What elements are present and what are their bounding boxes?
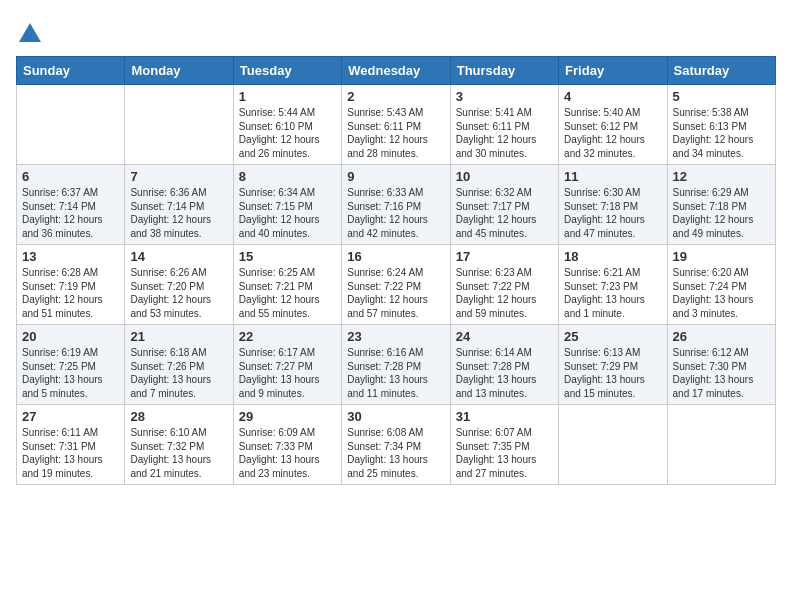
day-number: 9 (347, 169, 444, 184)
day-info: Sunrise: 5:44 AM Sunset: 6:10 PM Dayligh… (239, 106, 336, 160)
day-info: Sunrise: 6:30 AM Sunset: 7:18 PM Dayligh… (564, 186, 661, 240)
calendar-cell: 15Sunrise: 6:25 AM Sunset: 7:21 PM Dayli… (233, 245, 341, 325)
calendar-cell: 12Sunrise: 6:29 AM Sunset: 7:18 PM Dayli… (667, 165, 775, 245)
day-number: 15 (239, 249, 336, 264)
day-number: 28 (130, 409, 227, 424)
svg-marker-0 (19, 23, 41, 42)
day-number: 23 (347, 329, 444, 344)
weekday-header-wednesday: Wednesday (342, 57, 450, 85)
day-info: Sunrise: 5:43 AM Sunset: 6:11 PM Dayligh… (347, 106, 444, 160)
day-number: 6 (22, 169, 119, 184)
day-info: Sunrise: 6:10 AM Sunset: 7:32 PM Dayligh… (130, 426, 227, 480)
day-info: Sunrise: 6:32 AM Sunset: 7:17 PM Dayligh… (456, 186, 553, 240)
day-number: 24 (456, 329, 553, 344)
calendar-cell: 11Sunrise: 6:30 AM Sunset: 7:18 PM Dayli… (559, 165, 667, 245)
day-number: 11 (564, 169, 661, 184)
calendar-cell: 17Sunrise: 6:23 AM Sunset: 7:22 PM Dayli… (450, 245, 558, 325)
calendar-cell: 5Sunrise: 5:38 AM Sunset: 6:13 PM Daylig… (667, 85, 775, 165)
day-info: Sunrise: 6:21 AM Sunset: 7:23 PM Dayligh… (564, 266, 661, 320)
calendar-cell: 21Sunrise: 6:18 AM Sunset: 7:26 PM Dayli… (125, 325, 233, 405)
calendar-cell: 14Sunrise: 6:26 AM Sunset: 7:20 PM Dayli… (125, 245, 233, 325)
logo (16, 20, 48, 48)
day-number: 17 (456, 249, 553, 264)
day-info: Sunrise: 6:29 AM Sunset: 7:18 PM Dayligh… (673, 186, 770, 240)
calendar-cell: 18Sunrise: 6:21 AM Sunset: 7:23 PM Dayli… (559, 245, 667, 325)
day-number: 18 (564, 249, 661, 264)
calendar-cell: 2Sunrise: 5:43 AM Sunset: 6:11 PM Daylig… (342, 85, 450, 165)
calendar-cell: 16Sunrise: 6:24 AM Sunset: 7:22 PM Dayli… (342, 245, 450, 325)
day-info: Sunrise: 6:09 AM Sunset: 7:33 PM Dayligh… (239, 426, 336, 480)
calendar-cell: 29Sunrise: 6:09 AM Sunset: 7:33 PM Dayli… (233, 405, 341, 485)
header (16, 16, 776, 48)
day-number: 8 (239, 169, 336, 184)
day-info: Sunrise: 6:26 AM Sunset: 7:20 PM Dayligh… (130, 266, 227, 320)
day-number: 3 (456, 89, 553, 104)
calendar-cell (125, 85, 233, 165)
day-info: Sunrise: 6:17 AM Sunset: 7:27 PM Dayligh… (239, 346, 336, 400)
day-number: 26 (673, 329, 770, 344)
day-info: Sunrise: 6:16 AM Sunset: 7:28 PM Dayligh… (347, 346, 444, 400)
day-number: 31 (456, 409, 553, 424)
weekday-header-sunday: Sunday (17, 57, 125, 85)
calendar-cell (559, 405, 667, 485)
week-row-5: 27Sunrise: 6:11 AM Sunset: 7:31 PM Dayli… (17, 405, 776, 485)
calendar-cell (667, 405, 775, 485)
week-row-4: 20Sunrise: 6:19 AM Sunset: 7:25 PM Dayli… (17, 325, 776, 405)
calendar: SundayMondayTuesdayWednesdayThursdayFrid… (16, 56, 776, 485)
week-row-3: 13Sunrise: 6:28 AM Sunset: 7:19 PM Dayli… (17, 245, 776, 325)
weekday-header-row: SundayMondayTuesdayWednesdayThursdayFrid… (17, 57, 776, 85)
day-info: Sunrise: 6:20 AM Sunset: 7:24 PM Dayligh… (673, 266, 770, 320)
day-number: 16 (347, 249, 444, 264)
calendar-cell: 31Sunrise: 6:07 AM Sunset: 7:35 PM Dayli… (450, 405, 558, 485)
weekday-header-thursday: Thursday (450, 57, 558, 85)
calendar-cell: 30Sunrise: 6:08 AM Sunset: 7:34 PM Dayli… (342, 405, 450, 485)
day-info: Sunrise: 5:41 AM Sunset: 6:11 PM Dayligh… (456, 106, 553, 160)
weekday-header-monday: Monday (125, 57, 233, 85)
calendar-cell: 28Sunrise: 6:10 AM Sunset: 7:32 PM Dayli… (125, 405, 233, 485)
day-number: 2 (347, 89, 444, 104)
calendar-cell: 26Sunrise: 6:12 AM Sunset: 7:30 PM Dayli… (667, 325, 775, 405)
calendar-cell: 3Sunrise: 5:41 AM Sunset: 6:11 PM Daylig… (450, 85, 558, 165)
day-info: Sunrise: 6:25 AM Sunset: 7:21 PM Dayligh… (239, 266, 336, 320)
day-number: 1 (239, 89, 336, 104)
calendar-cell: 25Sunrise: 6:13 AM Sunset: 7:29 PM Dayli… (559, 325, 667, 405)
day-number: 14 (130, 249, 227, 264)
calendar-cell: 4Sunrise: 5:40 AM Sunset: 6:12 PM Daylig… (559, 85, 667, 165)
day-number: 4 (564, 89, 661, 104)
calendar-cell: 8Sunrise: 6:34 AM Sunset: 7:15 PM Daylig… (233, 165, 341, 245)
day-info: Sunrise: 6:19 AM Sunset: 7:25 PM Dayligh… (22, 346, 119, 400)
day-number: 19 (673, 249, 770, 264)
day-info: Sunrise: 5:38 AM Sunset: 6:13 PM Dayligh… (673, 106, 770, 160)
day-info: Sunrise: 6:23 AM Sunset: 7:22 PM Dayligh… (456, 266, 553, 320)
day-info: Sunrise: 6:18 AM Sunset: 7:26 PM Dayligh… (130, 346, 227, 400)
day-info: Sunrise: 5:40 AM Sunset: 6:12 PM Dayligh… (564, 106, 661, 160)
calendar-cell (17, 85, 125, 165)
day-info: Sunrise: 6:33 AM Sunset: 7:16 PM Dayligh… (347, 186, 444, 240)
day-info: Sunrise: 6:07 AM Sunset: 7:35 PM Dayligh… (456, 426, 553, 480)
weekday-header-saturday: Saturday (667, 57, 775, 85)
day-info: Sunrise: 6:14 AM Sunset: 7:28 PM Dayligh… (456, 346, 553, 400)
calendar-cell: 20Sunrise: 6:19 AM Sunset: 7:25 PM Dayli… (17, 325, 125, 405)
calendar-cell: 9Sunrise: 6:33 AM Sunset: 7:16 PM Daylig… (342, 165, 450, 245)
day-number: 27 (22, 409, 119, 424)
weekday-header-friday: Friday (559, 57, 667, 85)
day-number: 12 (673, 169, 770, 184)
day-info: Sunrise: 6:37 AM Sunset: 7:14 PM Dayligh… (22, 186, 119, 240)
day-info: Sunrise: 6:36 AM Sunset: 7:14 PM Dayligh… (130, 186, 227, 240)
calendar-cell: 6Sunrise: 6:37 AM Sunset: 7:14 PM Daylig… (17, 165, 125, 245)
day-number: 30 (347, 409, 444, 424)
calendar-cell: 27Sunrise: 6:11 AM Sunset: 7:31 PM Dayli… (17, 405, 125, 485)
day-number: 22 (239, 329, 336, 344)
day-number: 10 (456, 169, 553, 184)
week-row-2: 6Sunrise: 6:37 AM Sunset: 7:14 PM Daylig… (17, 165, 776, 245)
calendar-cell: 7Sunrise: 6:36 AM Sunset: 7:14 PM Daylig… (125, 165, 233, 245)
calendar-cell: 22Sunrise: 6:17 AM Sunset: 7:27 PM Dayli… (233, 325, 341, 405)
day-number: 20 (22, 329, 119, 344)
day-number: 5 (673, 89, 770, 104)
day-info: Sunrise: 6:12 AM Sunset: 7:30 PM Dayligh… (673, 346, 770, 400)
calendar-cell: 10Sunrise: 6:32 AM Sunset: 7:17 PM Dayli… (450, 165, 558, 245)
week-row-1: 1Sunrise: 5:44 AM Sunset: 6:10 PM Daylig… (17, 85, 776, 165)
calendar-cell: 24Sunrise: 6:14 AM Sunset: 7:28 PM Dayli… (450, 325, 558, 405)
day-number: 21 (130, 329, 227, 344)
day-number: 29 (239, 409, 336, 424)
